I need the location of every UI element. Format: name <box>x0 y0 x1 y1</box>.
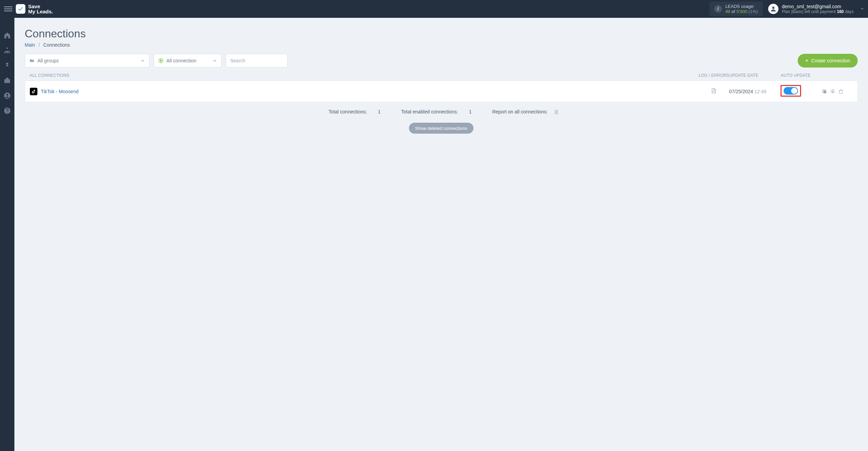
col-header-log: LOG / ERRORS <box>699 73 729 78</box>
svg-rect-6 <box>823 90 826 93</box>
chevron-down-icon <box>212 58 217 63</box>
connection-filter-select[interactable]: All connection <box>154 54 222 68</box>
logo-icon <box>16 4 25 14</box>
auto-update-highlight <box>781 85 801 97</box>
breadcrumb-main[interactable]: Main <box>25 42 35 48</box>
col-header-date: UPDATE DATE <box>729 73 781 78</box>
home-icon[interactable] <box>3 32 11 39</box>
col-header-name: ALL CONNECTIONS <box>30 73 699 78</box>
connection-name-link[interactable]: TikTok - Moosend <box>41 89 79 94</box>
info-icon: i <box>714 5 722 13</box>
leads-value: 49 of 5'000 (1%) <box>725 9 758 14</box>
help-icon[interactable] <box>3 107 11 114</box>
trash-icon[interactable] <box>838 89 844 94</box>
update-date: 07/25/2024 12:49 <box>729 89 766 94</box>
gear-icon[interactable] <box>830 89 835 94</box>
chevron-down-icon[interactable] <box>860 6 865 12</box>
breadcrumb-current: Connections <box>43 42 70 48</box>
briefcase-icon[interactable] <box>3 77 11 84</box>
leads-label: LEADS usage: <box>725 4 758 9</box>
leads-usage-box[interactable]: i LEADS usage: 49 of 5'000 (1%) <box>709 2 763 16</box>
summary-row: Total connections: 1 Total enabled conne… <box>25 109 858 114</box>
sitemap-icon[interactable] <box>3 47 11 54</box>
sidebar <box>0 18 14 451</box>
chevron-down-icon <box>140 58 145 63</box>
play-circle-icon <box>158 58 164 63</box>
user-circle-icon[interactable] <box>3 92 11 99</box>
svg-point-2 <box>6 94 8 96</box>
hamburger-menu[interactable] <box>4 5 12 13</box>
connection-row: TikTok - Moosend 07/25/2024 12:49 <box>25 81 858 102</box>
svg-point-8 <box>832 91 833 92</box>
document-icon[interactable] <box>711 88 717 94</box>
plus-icon: + <box>805 58 808 63</box>
folder-icon <box>29 58 35 63</box>
breadcrumb: Main / Connections <box>25 42 858 48</box>
search-input[interactable] <box>226 54 288 68</box>
document-icon[interactable] <box>554 110 559 114</box>
tiktok-icon <box>30 88 37 95</box>
dollar-icon[interactable] <box>3 62 11 69</box>
avatar-icon <box>768 4 778 14</box>
logo-text: Save My Leads. <box>28 4 53 14</box>
user-menu[interactable]: demo_sml_test@gmail.com Plan |Basic| lef… <box>768 4 854 14</box>
groups-select[interactable]: All groups <box>25 54 150 68</box>
svg-point-0 <box>772 7 775 9</box>
auto-update-toggle[interactable] <box>784 87 798 95</box>
col-header-auto: AUTO UPDATE <box>781 73 822 78</box>
show-deleted-button[interactable]: Show deleted connections <box>409 123 473 134</box>
create-connection-button[interactable]: + Create connection <box>798 54 858 68</box>
svg-point-4 <box>7 112 8 113</box>
logo[interactable]: Save My Leads. <box>16 4 53 14</box>
user-plan: Plan |Basic| left until payment 160 days <box>782 9 854 14</box>
page-title: Connections <box>25 27 858 40</box>
user-email: demo_sml_test@gmail.com <box>782 4 854 9</box>
copy-icon[interactable] <box>822 89 827 94</box>
